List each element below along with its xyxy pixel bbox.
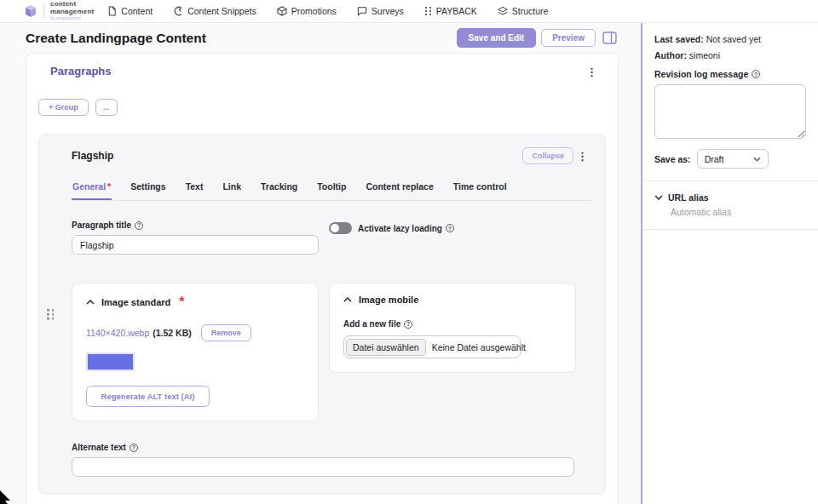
page-title: Create Landingpage Content <box>26 31 457 46</box>
paragraph-title-field: Paragraph title <box>72 220 319 255</box>
paragraph-tabs: General* Settings Text Link Tracking Too… <box>72 178 591 201</box>
help-icon[interactable] <box>752 70 760 78</box>
document-icon <box>107 6 117 16</box>
meta-sidebar: Last saved: Not saved yet Author: simeon… <box>642 23 818 504</box>
tab-link[interactable]: Link <box>222 178 242 200</box>
alternate-text-label: Alternate text <box>72 443 591 452</box>
content-column: Create Landingpage Content Save and Edit… <box>0 23 641 504</box>
save-and-edit-button[interactable]: Save and Edit <box>457 28 537 48</box>
preview-button[interactable]: Preview <box>541 29 596 47</box>
nav-label: Content Snippets <box>187 6 256 16</box>
author-value: simeoni <box>689 50 720 60</box>
help-icon[interactable] <box>446 224 454 232</box>
help-icon[interactable] <box>135 221 143 230</box>
nav-item-content-snippets[interactable]: Content Snippets <box>173 6 256 16</box>
file-status-text: Keine Datei ausgewählt <box>432 342 526 352</box>
nav-label: PAYBACK <box>436 6 477 16</box>
brand-byline: by empiriecom <box>50 16 94 21</box>
header-actions: Save and Edit Preview <box>457 28 619 48</box>
save-as-row: Save as: Draft <box>654 149 806 169</box>
tab-content-replace[interactable]: Content replace <box>365 178 434 200</box>
uploaded-file-link[interactable]: 1140×420.webp <box>86 328 149 338</box>
sidebar-section-divider <box>642 180 818 181</box>
last-saved-row: Last saved: Not saved yet <box>654 34 806 44</box>
help-icon[interactable] <box>130 444 138 452</box>
panel-columns-icon <box>602 32 617 44</box>
snippet-icon <box>173 6 183 16</box>
alternate-text-field: Alternate text <box>72 443 591 477</box>
title-and-toggle-row: Paragraph title Activate lazy loading <box>72 220 591 255</box>
url-alias-title: URL alias <box>668 192 709 203</box>
image-standard-title: Image standard <box>101 297 170 307</box>
dots-grid-icon <box>424 6 432 16</box>
revision-log-textarea[interactable] <box>654 84 806 139</box>
image-mobile-title: Image mobile <box>359 295 418 305</box>
page-header: Create Landingpage Content Save and Edit… <box>0 23 641 53</box>
tab-general[interactable]: General* <box>72 178 112 200</box>
url-alias-header[interactable]: URL alias <box>654 192 806 203</box>
lazy-loading-toggle[interactable] <box>329 222 352 234</box>
uploaded-file-size: (1.52 KB) <box>153 328 192 338</box>
uploaded-file-row: 1140×420.webp (1.52 KB) Remove <box>86 324 304 341</box>
cube-logo-icon <box>24 4 37 18</box>
layers-icon <box>498 6 508 16</box>
main-layout: Create Landingpage Content Save and Edit… <box>0 23 818 504</box>
add-group-button[interactable]: + Group <box>38 99 89 116</box>
nav-item-content[interactable]: Content <box>107 6 153 16</box>
paragraphs-kebab-menu-icon[interactable] <box>583 65 601 79</box>
logo-divider <box>43 4 44 18</box>
speech-bubble-icon <box>357 6 367 16</box>
paragraph-title-input[interactable] <box>72 235 319 255</box>
tab-time-control[interactable]: Time control <box>452 178 508 200</box>
alternate-text-input[interactable] <box>72 457 574 477</box>
required-marker: * <box>107 181 111 192</box>
image-thumbnail[interactable] <box>86 352 135 371</box>
add-new-file-label: Add a new file <box>343 319 562 329</box>
file-upload-input[interactable]: Datei auswählen Keine Datei ausgewählt <box>343 335 521 358</box>
more-paragraph-options-button[interactable]: ... <box>95 99 118 116</box>
image-panels-row: Image standard * 1140×420.webp (1.52 KB)… <box>72 283 591 421</box>
paragraph-card-flagship: Flagship Collapse General* Settings Text… <box>38 134 606 495</box>
toggle-sidebar-button[interactable] <box>601 30 619 46</box>
main-nav: Content Content Snippets Promotions Surv… <box>107 6 548 16</box>
paragraphs-title: Paragraphs <box>50 65 112 77</box>
choose-file-button[interactable]: Datei auswählen <box>346 339 426 356</box>
brand-name: content management by empiriecom <box>50 1 94 21</box>
image-standard-header[interactable]: Image standard * <box>86 295 304 310</box>
tab-settings[interactable]: Settings <box>130 178 166 200</box>
nav-item-surveys[interactable]: Surveys <box>357 6 404 16</box>
mouse-cursor-icon <box>0 485 14 504</box>
url-alias-subtitle: Automatic alias <box>671 207 806 217</box>
sidebar-section-divider <box>642 229 818 230</box>
last-saved-label: Last saved: <box>654 34 704 44</box>
last-saved-value: Not saved yet <box>706 34 761 44</box>
save-as-select[interactable]: Draft <box>697 149 769 169</box>
paragraph-card-title: Flagship <box>72 150 522 162</box>
author-label: Author: <box>654 50 687 60</box>
image-mobile-panel: Image mobile Add a new file Datei auswäh… <box>329 283 576 373</box>
flagship-kebab-menu-icon[interactable] <box>573 149 591 163</box>
chevron-down-icon <box>654 195 663 200</box>
help-icon[interactable] <box>404 320 412 329</box>
tab-tracking[interactable]: Tracking <box>260 178 298 200</box>
paragraphs-header: Paragraphs <box>38 54 606 79</box>
paragraphs-section-card: Paragraphs + Group ... Flagship Collapse <box>26 53 619 504</box>
tab-text[interactable]: Text <box>185 178 204 200</box>
collapse-button[interactable]: Collapse <box>522 147 573 164</box>
drag-handle-icon[interactable] <box>47 309 55 320</box>
nav-item-promotions[interactable]: Promotions <box>277 6 337 16</box>
nav-item-structure[interactable]: Structure <box>498 6 549 16</box>
nav-label: Surveys <box>372 6 404 16</box>
url-alias-section: URL alias Automatic alias <box>654 192 806 217</box>
package-icon <box>277 6 287 16</box>
remove-file-button[interactable]: Remove <box>201 324 251 341</box>
image-mobile-header[interactable]: Image mobile <box>343 295 562 305</box>
tab-tooltip[interactable]: Tooltip <box>316 178 347 200</box>
regenerate-alt-text-button[interactable]: Regenerate ALT text (AI) <box>86 386 210 407</box>
paragraph-title-label: Paragraph title <box>72 220 319 230</box>
nav-item-payback[interactable]: PAYBACK <box>424 6 477 16</box>
lazy-loading-label: Activate lazy loading <box>358 224 454 233</box>
brand-logo[interactable]: content management by empiriecom <box>24 1 94 21</box>
brand-line2: management <box>50 9 94 15</box>
top-navigation-bar: content management by empiriecom Content… <box>0 0 818 23</box>
